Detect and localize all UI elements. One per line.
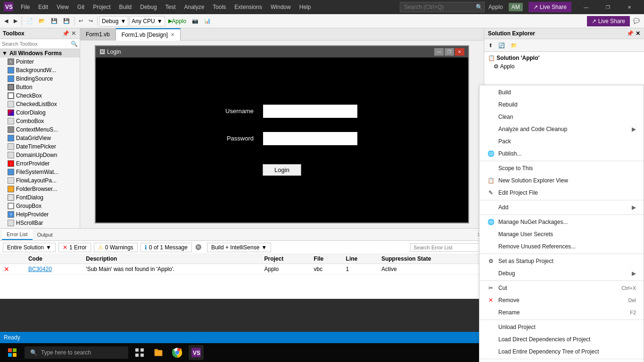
warnings-filter-button[interactable]: ⚠ 0 Warnings <box>94 243 138 252</box>
solution-close-icon[interactable]: ✕ <box>636 30 640 37</box>
toolbar-misc1[interactable]: 📷 <box>190 16 201 26</box>
col-file[interactable]: File <box>310 254 342 264</box>
toolbar-open[interactable]: 📂 <box>36 16 48 26</box>
menu-view[interactable]: View <box>53 2 73 12</box>
toolbox-item-domainupdown[interactable]: DomainUpDown <box>0 151 80 159</box>
ctx-scope[interactable]: Scope to This <box>479 162 644 174</box>
row-code-cell[interactable]: BC30420 <box>25 264 82 275</box>
toolbar-feedback[interactable]: 💬 <box>631 16 642 26</box>
menu-debug[interactable]: Debug <box>136 2 160 12</box>
taskbar-search-button[interactable]: 🔍 Type here to search <box>25 346 128 359</box>
ctx-clean[interactable]: Clean <box>479 111 644 123</box>
toolbox-item-contextmenu[interactable]: ContextMenuS... <box>0 125 80 134</box>
ctx-cut[interactable]: ✂ Cut Ctrl+X <box>479 282 644 294</box>
ctx-rebuild[interactable]: Rebuild <box>479 99 644 111</box>
error-filter-toggle[interactable]: 🔘 <box>195 243 204 252</box>
toolbox-item-checkbox[interactable]: ✓ CheckBox <box>0 91 80 100</box>
solution-pin-icon[interactable]: 📌 <box>627 30 634 37</box>
ctx-copy-full-path[interactable]: 📋 Copy Full Path <box>479 360 644 362</box>
maximize-button[interactable]: ❐ <box>597 0 619 14</box>
toolbox-item-flowlayout[interactable]: FlowLayoutPa... <box>0 176 80 185</box>
col-project[interactable]: Project <box>260 254 310 264</box>
password-input-field[interactable] <box>263 132 357 145</box>
ctx-new-solution-view[interactable]: 📋 New Solution Explorer View <box>479 174 644 187</box>
menu-git[interactable]: Git <box>74 2 88 12</box>
ctx-edit-project-file[interactable]: ✎ Edit Project File <box>479 187 644 199</box>
ctx-build[interactable]: Build <box>479 86 644 99</box>
toolbox-item-button[interactable]: Button <box>0 83 80 91</box>
messages-filter-button[interactable]: ℹ 0 of 1 Message <box>140 243 192 252</box>
toolbar-redo[interactable]: ↪ <box>86 16 95 26</box>
ctx-pack[interactable]: Pack <box>479 135 644 148</box>
toolbar-new[interactable]: 📄 <box>24 16 35 26</box>
chrome-button[interactable] <box>170 345 185 360</box>
run-button[interactable]: ▶ Applo <box>166 16 189 26</box>
platform-dropdown[interactable]: Any CPU ▼ <box>129 16 165 26</box>
username-input-field[interactable] <box>263 105 357 118</box>
ctx-analyze[interactable]: Analyze and Code Cleanup ▶ <box>479 123 644 135</box>
menu-test[interactable]: Test <box>162 2 180 12</box>
toolbox-item-filesystemwatcher[interactable]: FileSystemWat... <box>0 168 80 176</box>
ctx-unload-project[interactable]: Unload Project <box>479 321 644 333</box>
ctx-publish[interactable]: 🌐 Publish... <box>479 148 644 160</box>
ctx-manage-user-secrets[interactable]: Manage User Secrets <box>479 228 644 240</box>
build-filter-dropdown[interactable]: Build + IntelliSense ▼ <box>207 243 271 252</box>
toolbox-item-fontdialog[interactable]: A FontDialog <box>0 193 80 202</box>
login-button[interactable]: Login <box>263 164 301 176</box>
toolbar-undo[interactable]: ↩ <box>76 16 85 26</box>
menu-window[interactable]: Window <box>267 2 295 12</box>
live-share-button[interactable]: ↗ Live Share <box>528 2 571 12</box>
solution-tree-root[interactable]: 📋 Solution 'Applo' <box>484 54 644 62</box>
global-search-input[interactable] <box>400 2 485 12</box>
toolbox-item-helpprovider[interactable]: ? HelpProvider <box>0 210 80 219</box>
toolbox-item-combobox[interactable]: ComboBox <box>0 117 80 125</box>
col-line[interactable]: Line <box>342 254 378 264</box>
toolbar-save-all[interactable]: 💾 <box>61 16 72 26</box>
ctx-remove[interactable]: ✕ Remove Del <box>479 294 644 306</box>
errors-filter-button[interactable]: ✕ 1 Error <box>58 243 91 252</box>
toolbox-category-windows-forms[interactable]: ▼ All Windows Forms <box>0 49 80 58</box>
ctx-load-entire-tree[interactable]: Load Entire Dependency Tree of Project <box>479 346 644 358</box>
menu-project[interactable]: Project <box>89 2 114 12</box>
toolbox-item-folderbrowser[interactable]: FolderBrowser... <box>0 185 80 193</box>
visual-studio-taskbar-button[interactable]: VS <box>189 345 204 360</box>
ctx-remove-unused-refs[interactable]: Remove Unused References... <box>479 240 644 253</box>
ctx-debug[interactable]: Debug ▶ <box>479 267 644 280</box>
menu-tools[interactable]: Tools <box>209 2 230 12</box>
toolbox-item-datagridview[interactable]: DataGridView <box>0 134 80 142</box>
toolbar-back[interactable]: ◀ <box>2 16 10 26</box>
ctx-manage-nuget[interactable]: 🌐 Manage NuGet Packages... <box>479 216 644 228</box>
toolbox-item-errorprovider[interactable]: ! ErrorProvider <box>0 159 80 168</box>
tab-form1-vb[interactable]: Form1.vb <box>80 28 116 41</box>
toolbox-item-datetimepicker[interactable]: DateTimePicker <box>0 142 80 151</box>
toolbox-close-button[interactable]: ✕ <box>70 30 77 37</box>
ctx-add[interactable]: Add ▶ <box>479 201 644 214</box>
start-button[interactable] <box>4 344 21 361</box>
close-button[interactable]: ✕ <box>619 0 640 14</box>
menu-build[interactable]: Build <box>116 2 136 12</box>
error-list-tab[interactable]: Error List <box>2 230 33 240</box>
col-code[interactable]: Code <box>25 254 82 264</box>
toolbox-item-bindingsource[interactable]: BindingSource <box>0 74 80 83</box>
col-suppression[interactable]: Suppression State <box>378 254 484 264</box>
menu-edit[interactable]: Edit <box>34 2 52 12</box>
error-search-input[interactable] <box>410 243 481 252</box>
user-avatar[interactable]: AM <box>509 3 523 11</box>
design-canvas[interactable]: 🖼 Login — ❐ ✕ Username Password <box>80 41 484 228</box>
form-close-button[interactable]: ✕ <box>455 48 464 56</box>
minimize-button[interactable]: — <box>575 0 597 14</box>
menu-file[interactable]: File <box>17 2 33 12</box>
col-description[interactable]: Description <box>82 254 260 264</box>
toolbox-item-backgroundworker[interactable]: BackgroundW... <box>0 66 80 74</box>
ctx-set-startup[interactable]: ⚙ Set as Startup Project <box>479 255 644 267</box>
toolbox-item-pointer[interactable]: ↖ Pointer <box>0 58 80 66</box>
task-view-button[interactable] <box>132 345 147 360</box>
tab-close-icon[interactable]: ✕ <box>171 32 174 37</box>
toolbox-item-checkedlistbox[interactable]: CheckedListBox <box>0 100 80 108</box>
solution-scope-dropdown[interactable]: Entire Solution ▼ <box>3 243 56 252</box>
toolbox-pin-button[interactable]: 📌 <box>61 30 70 37</box>
toolbox-item-hscrollbar[interactable]: HScrollBar <box>0 219 80 227</box>
output-tab[interactable]: Output <box>33 230 58 239</box>
toolbar-forward[interactable]: ▶ <box>11 16 20 26</box>
toolbar-live-share[interactable]: ↗ Live Share <box>587 16 630 26</box>
